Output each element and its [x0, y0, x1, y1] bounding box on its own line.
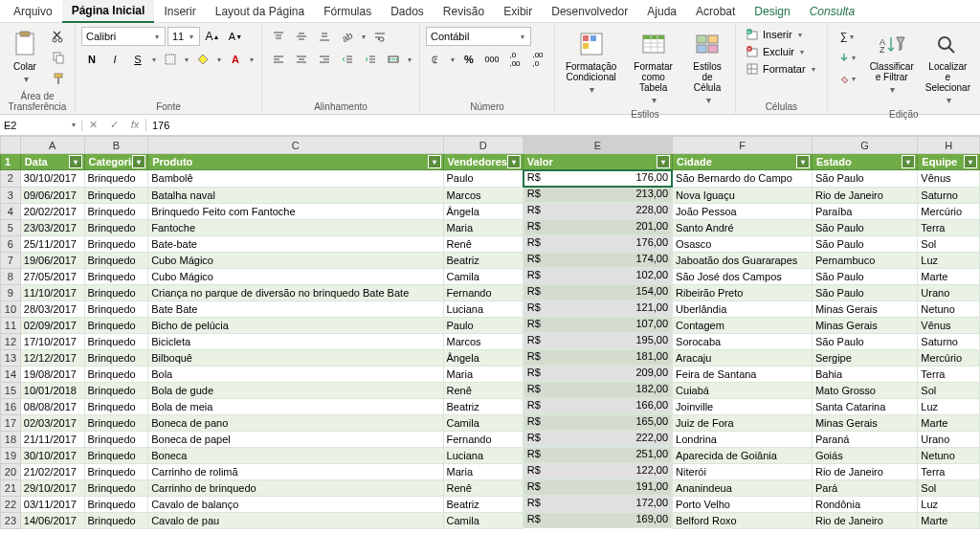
cell[interactable]: Mercúrio — [918, 349, 980, 366]
cell[interactable]: Urano — [918, 431, 980, 447]
decrease-font-button[interactable]: A▼ — [225, 27, 246, 46]
cell[interactable]: Bahia — [812, 366, 917, 382]
cancel-formula-button[interactable]: ✕ — [82, 119, 103, 131]
cell[interactable]: Sol — [918, 235, 980, 252]
column-header-A[interactable]: A — [20, 137, 84, 154]
filter-button[interactable] — [69, 155, 82, 168]
cell[interactable]: R$166,00 — [523, 398, 672, 414]
table-row[interactable]: 719/06/2017BrinquedoCubo MágicoBeatrizR$… — [1, 252, 980, 268]
table-row[interactable]: 309/06/2017BrinquedoBatalha navalMarcosR… — [1, 187, 980, 203]
cell[interactable]: Saturno — [918, 333, 980, 349]
cell[interactable]: R$222,00 — [523, 431, 672, 447]
copy-button[interactable] — [48, 48, 69, 67]
cell[interactable]: 19/06/2017 — [20, 252, 84, 268]
cell[interactable]: Brinquedo — [84, 170, 148, 188]
cell[interactable]: 14/06/2017 — [20, 512, 84, 528]
table-row[interactable]: 1217/10/2017BrinquedoBicicletaMarcosR$19… — [1, 333, 980, 349]
cell[interactable]: 10/01/2018 — [20, 382, 84, 398]
font-size-combo[interactable]: 11▾ — [167, 27, 200, 46]
cell[interactable]: Bilboquê — [148, 349, 443, 366]
cell[interactable]: 30/10/2017 — [20, 447, 84, 463]
cell[interactable]: Rio de Janeiro — [812, 512, 917, 528]
align-middle-button[interactable] — [291, 27, 312, 46]
cell[interactable]: Brinquedo — [84, 382, 148, 398]
cell[interactable]: R$172,00 — [523, 496, 672, 512]
cell[interactable]: Brinquedo — [84, 496, 148, 512]
filter-button[interactable] — [657, 155, 670, 168]
cell[interactable]: Fernando — [443, 284, 523, 300]
cell[interactable]: Sol — [918, 479, 980, 496]
table-row[interactable]: 230/10/2017BrinquedoBambolêPauloR$176,00… — [1, 170, 980, 188]
cell[interactable]: Sorocaba — [673, 333, 813, 349]
cell[interactable]: R$107,00 — [523, 317, 672, 333]
percent-button[interactable]: % — [458, 50, 479, 69]
fill-button[interactable]: ▾ — [834, 48, 862, 67]
cell[interactable]: 17/10/2017 — [20, 333, 84, 349]
row-header[interactable]: 1 — [1, 154, 21, 170]
increase-decimal-button[interactable]: ,0,00 — [504, 50, 525, 69]
align-center-button[interactable] — [291, 50, 312, 69]
table-row[interactable]: 2314/06/2017BrinquedoCavalo de pauCamila… — [1, 512, 980, 528]
cell[interactable]: R$209,00 — [523, 366, 672, 382]
cell[interactable]: Sergipe — [812, 349, 917, 366]
table-row[interactable]: 1028/03/2017BrinquedoBate BateLucianaR$1… — [1, 300, 980, 317]
filter-button[interactable] — [132, 155, 145, 168]
cell[interactable]: Marcos — [443, 333, 523, 349]
cell[interactable]: Niterói — [673, 463, 813, 479]
cell[interactable]: Camila — [443, 512, 523, 528]
fill-color-button[interactable] — [192, 50, 213, 69]
cell[interactable]: R$176,00 — [523, 235, 672, 252]
number-format-combo[interactable]: Contábil▾ — [426, 27, 531, 46]
cell[interactable]: Renê — [443, 479, 523, 496]
table-header-vendedores[interactable]: Vendedores — [443, 154, 523, 170]
column-header-E[interactable]: E — [523, 137, 672, 154]
cell[interactable]: São Paulo — [812, 235, 917, 252]
cell[interactable]: Brinquedo — [84, 203, 148, 219]
orientation-button[interactable]: ab — [337, 27, 358, 46]
paste-button[interactable]: Colar ▾ — [6, 27, 44, 86]
row-header[interactable]: 5 — [1, 219, 21, 235]
cell[interactable]: Carrinho de brinquedo — [148, 479, 443, 496]
table-row[interactable]: 1608/08/2017BrinquedoBola de meiaBeatriz… — [1, 398, 980, 414]
cell[interactable]: São Paulo — [812, 333, 917, 349]
confirm-formula-button[interactable]: ✓ — [103, 119, 124, 131]
cell[interactable]: Cuiabá — [673, 382, 813, 398]
row-header[interactable]: 12 — [1, 333, 21, 349]
row-header[interactable]: 16 — [1, 398, 21, 414]
cell[interactable]: Pernambuco — [812, 252, 917, 268]
cell[interactable]: Santo André — [673, 219, 813, 235]
cell[interactable]: Brinquedo — [84, 366, 148, 382]
cell[interactable]: Boneca de papel — [148, 431, 443, 447]
cell[interactable]: R$176,00 — [523, 170, 672, 187]
row-header[interactable]: 15 — [1, 382, 21, 398]
cell[interactable]: Aracaju — [673, 349, 813, 366]
cell[interactable]: Feira de Santana — [673, 366, 813, 382]
cell[interactable]: Urano — [918, 284, 980, 300]
row-header[interactable]: 2 — [1, 170, 21, 188]
cell[interactable]: Brinquedo — [84, 431, 148, 447]
cell[interactable]: Bicicleta — [148, 333, 443, 349]
column-header-C[interactable]: C — [148, 137, 443, 154]
row-header[interactable]: 22 — [1, 496, 21, 512]
fx-button[interactable]: fx — [124, 119, 145, 131]
cell[interactable]: 09/06/2017 — [20, 187, 84, 203]
menu-item-acrobat[interactable]: Acrobat — [686, 1, 745, 22]
table-row[interactable]: 1510/01/2018BrinquedoBola de gudeRenêR$1… — [1, 382, 980, 398]
spreadsheet-grid[interactable]: ABCDEFGH1DataCategoriaProdutoVendedoresV… — [0, 136, 980, 556]
filter-button[interactable] — [507, 155, 521, 168]
align-top-button[interactable] — [268, 27, 289, 46]
menu-item-revisão[interactable]: Revisão — [434, 1, 494, 22]
cell[interactable]: R$121,00 — [523, 300, 672, 317]
cell[interactable]: R$122,00 — [523, 463, 672, 479]
cell[interactable]: Luciana — [443, 447, 523, 463]
cell[interactable]: R$213,00 — [523, 187, 672, 203]
menu-item-exibir[interactable]: Exibir — [494, 1, 542, 22]
font-name-combo[interactable]: Calibri▾ — [81, 27, 166, 46]
cell[interactable]: 28/03/2017 — [20, 300, 84, 317]
row-header[interactable]: 3 — [1, 187, 21, 203]
cell[interactable]: Marte — [918, 268, 980, 284]
cell[interactable]: Brinquedo — [84, 219, 148, 235]
align-right-button[interactable] — [314, 50, 335, 69]
cell[interactable]: R$201,00 — [523, 219, 672, 235]
table-row[interactable]: 2129/10/2017BrinquedoCarrinho de brinque… — [1, 479, 980, 496]
